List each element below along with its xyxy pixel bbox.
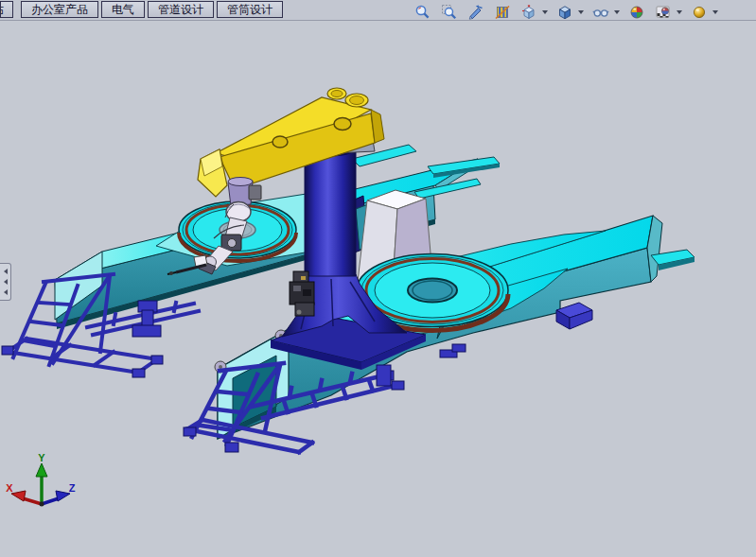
apply-scene-dropdown-arrow[interactable] [677,10,682,17]
triad-y-label: Y [38,452,45,463]
view-orientation-dropdown-arrow[interactable] [542,10,548,17]
tab-tubing-design[interactable]: 管筒设计 [217,1,283,18]
previous-view-icon[interactable] [466,3,485,21]
hide-show-items-icon[interactable] [591,3,610,21]
feature-manager-expand-button[interactable] [0,263,11,301]
view-settings-icon[interactable] [690,3,709,21]
display-style-dropdown-arrow[interactable] [578,10,584,17]
triad-x-label: X [6,482,13,494]
apply-scene-icon[interactable] [654,3,673,21]
heads-up-view-toolbar [413,3,726,21]
chevron-left-icon [1,289,8,295]
3d-viewport[interactable]: Y X Z [0,20,756,557]
triad-z-label: Z [69,482,76,494]
chevron-left-icon [1,279,8,285]
tab-evaluate-clipped[interactable]: 估 [0,1,13,18]
section-view-icon[interactable] [493,3,512,21]
tab-electrical[interactable]: 电气 [101,1,145,18]
display-style-icon[interactable] [555,3,574,21]
edit-appearance-icon[interactable] [627,3,646,21]
chevron-left-icon [1,269,8,274]
view-orientation-icon[interactable] [519,3,538,21]
hide-show-items-dropdown-arrow[interactable] [614,10,620,17]
zoom-to-area-icon[interactable] [440,3,459,21]
view-settings-dropdown-arrow[interactable] [712,10,718,17]
zoom-to-fit-icon[interactable] [413,3,432,21]
tab-piping-design[interactable]: 管道设计 [148,1,214,18]
tab-office-products[interactable]: 办公室产品 [21,1,98,18]
orientation-triad: Y X Z [6,452,75,507]
